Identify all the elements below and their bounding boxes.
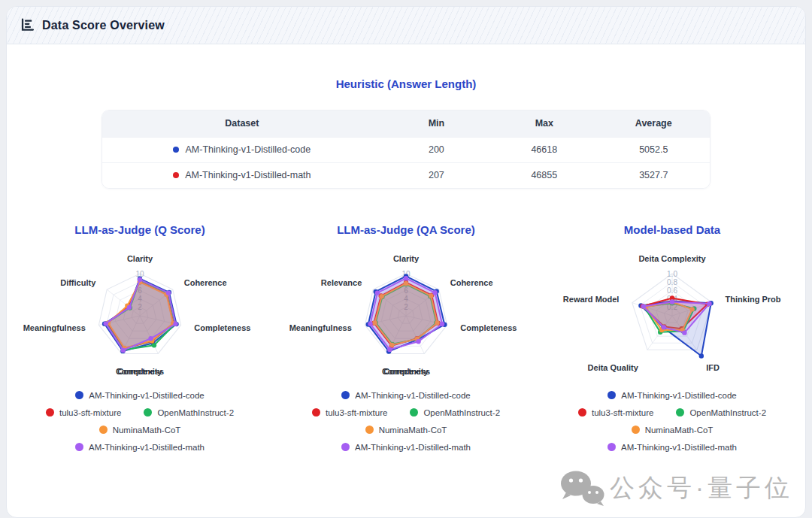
legend-label: tulu3-sft-mixture: [592, 408, 653, 417]
chart-section-q-score: LLM-as-Judge (Q Score) 246810ClarityCohe…: [7, 223, 273, 456]
cell-min: 207: [382, 162, 491, 188]
legend-label: NuminaMath-CoT: [113, 426, 181, 435]
legend-label: AM-Thinking-v1-Distilled-code: [89, 391, 204, 400]
radar-data-point: [127, 305, 132, 310]
chart-title: LLM-as-Judge (Q Score): [74, 223, 205, 236]
legend-label: AM-Thinking-v1-Distilled-math: [89, 443, 205, 452]
column-header: Dataset: [102, 111, 382, 137]
radar-data-point: [432, 290, 437, 295]
legend-row: NuminaMath-CoT: [539, 421, 805, 438]
cell-max: 46855: [491, 162, 597, 188]
legend-label: tulu3-sft-mixture: [326, 408, 387, 417]
legend-color-dot: [607, 443, 616, 451]
chart-title: LLM-as-Judge (QA Score): [337, 223, 475, 236]
legend-label: AM-Thinking-v1-Distilled-math: [355, 443, 471, 452]
radar-data-point: [440, 322, 444, 326]
card-body: Heuristic (Answer Length) DatasetMinMaxA…: [7, 44, 805, 456]
bar-chart-icon: [20, 18, 35, 32]
legend-item[interactable]: tulu3-sft-mixture: [46, 408, 121, 417]
radar-axis-label: Thinking Prob: [726, 295, 781, 304]
chart-section-qa-score: LLM-as-Judge (QA Score) 246810ClarityCoh…: [273, 223, 539, 456]
legend-item[interactable]: AM-Thinking-v1-Distilled-math: [341, 443, 471, 452]
radar-axis-label: Relevance: [321, 278, 362, 287]
legend-item[interactable]: AM-Thinking-v1-Distilled-math: [75, 443, 205, 452]
dataset-name: AM-Thinking-v1-Distilled-code: [185, 144, 311, 155]
radar-axis-label: Deita Quality: [588, 363, 639, 372]
radar-axis-label: Correctness: [116, 367, 164, 376]
legend-color-dot: [99, 426, 108, 434]
radar-data-point: [682, 330, 686, 335]
radar-chart-model-based[interactable]: 0.20.40.60.81.0Deita ComplexityThinking …: [541, 242, 804, 386]
legend-item[interactable]: OpenMathInstruct-2: [410, 408, 500, 417]
radar-axis-label: Coherence: [184, 278, 227, 287]
legend-color-dot: [75, 443, 83, 451]
legend-label: AM-Thinking-v1-Distilled-code: [355, 391, 470, 400]
table-row: AM-Thinking-v1-Distilled-math20746855352…: [102, 162, 710, 188]
radar-tick-label: 0.6: [667, 286, 677, 295]
radar-data-point: [148, 336, 153, 341]
radar-axis-label: Deita Complexity: [638, 254, 706, 263]
legend-item[interactable]: NuminaMath-CoT: [632, 426, 714, 435]
cell-min: 200: [382, 137, 491, 162]
radar-axis-label: Coherence: [450, 278, 493, 287]
legend-color-dot: [365, 426, 374, 434]
legend-item[interactable]: NuminaMath-CoT: [365, 426, 447, 435]
legend-item[interactable]: OpenMathInstruct-2: [144, 408, 234, 417]
legend-color-dot: [144, 408, 152, 417]
radar-data-point: [166, 290, 171, 295]
radar-data-point: [707, 301, 711, 306]
legend-color-dot: [341, 443, 350, 451]
radar-axis-label: Difficulty: [60, 278, 96, 287]
heuristic-table: DatasetMinMaxAverage AM-Thinking-v1-Dist…: [102, 110, 710, 189]
dataset-color-dot: [173, 172, 179, 178]
radar-data-point: [152, 343, 156, 347]
legend: AM-Thinking-v1-Distilled-codetulu3-sft-m…: [539, 386, 805, 456]
radar-axis-label: Completeness: [194, 323, 250, 332]
legend-row: AM-Thinking-v1-Distilled-math: [7, 438, 273, 456]
radar-data-point: [138, 277, 142, 282]
dataset-color-dot: [173, 147, 179, 153]
data-score-card: Data Score Overview Heuristic (Answer Le…: [6, 6, 806, 518]
radar-axis-label: Correctness: [382, 367, 430, 376]
radar-data-point: [662, 325, 666, 329]
legend-row: AM-Thinking-v1-Distilled-math: [539, 438, 805, 456]
heuristic-title: Heuristic (Answer Length): [7, 77, 805, 90]
legend-row: tulu3-sft-mixtureOpenMathInstruct-2: [7, 404, 273, 421]
legend-item[interactable]: NuminaMath-CoT: [99, 426, 181, 435]
legend-color-dot: [46, 408, 54, 417]
legend-color-dot: [632, 426, 640, 434]
legend-label: tulu3-sft-mixture: [59, 408, 121, 417]
radar-data-point: [103, 321, 108, 326]
radar-data-point: [375, 290, 380, 295]
radar-tick-label: 0.8: [667, 278, 677, 286]
legend-item[interactable]: AM-Thinking-v1-Distilled-code: [75, 391, 204, 400]
radar-data-point: [387, 347, 392, 352]
legend-color-dot: [578, 408, 586, 417]
watermark-text: 公众号·量子位: [610, 471, 793, 505]
legend-item[interactable]: OpenMathInstruct-2: [676, 408, 766, 417]
chart-section-model-based: Model-based Data 0.20.40.60.81.0Deita Co…: [539, 223, 805, 456]
legend-row: NuminaMath-CoT: [273, 421, 539, 438]
legend: AM-Thinking-v1-Distilled-codetulu3-sft-m…: [273, 386, 539, 456]
legend-item[interactable]: tulu3-sft-mixture: [312, 408, 387, 417]
legend-item[interactable]: tulu3-sft-mixture: [578, 408, 653, 417]
radar-chart-q-score[interactable]: 246810ClarityCoherenceCompletenessComple…: [8, 242, 271, 386]
legend-item[interactable]: AM-Thinking-v1-Distilled-code: [341, 391, 470, 400]
legend-row: AM-Thinking-v1-Distilled-code: [273, 386, 539, 404]
legend-label: OpenMathInstruct-2: [423, 408, 500, 417]
radar-axis-label: Clarity: [393, 254, 420, 263]
radar-data-point: [404, 276, 408, 280]
radar-data-point: [368, 322, 372, 326]
legend-label: NuminaMath-CoT: [379, 426, 447, 435]
radar-chart-qa-score[interactable]: 246810ClarityCoherenceCompletenessComple…: [274, 242, 538, 386]
radar-data-point: [121, 348, 126, 353]
legend-color-dot: [75, 391, 83, 399]
radar-axis-label: Completeness: [460, 323, 517, 332]
legend-item[interactable]: AM-Thinking-v1-Distilled-code: [607, 391, 736, 400]
legend-item[interactable]: AM-Thinking-v1-Distilled-math: [607, 443, 737, 452]
legend-label: NuminaMath-CoT: [645, 426, 714, 435]
cell-max: 46618: [491, 137, 597, 162]
table-row: AM-Thinking-v1-Distilled-code20046618505…: [102, 137, 710, 162]
cell-average: 3527.7: [598, 162, 710, 188]
legend-color-dot: [341, 391, 350, 399]
